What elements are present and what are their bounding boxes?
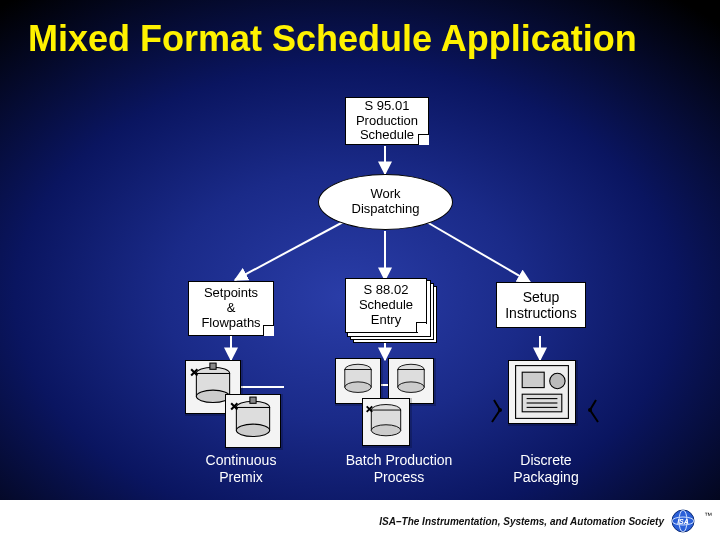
svg-point-15	[236, 424, 269, 436]
slide: Mixed Format Schedule Application S 95.0…	[0, 0, 720, 540]
node-schedule-entry: S 88.02 Schedule Entry	[345, 278, 427, 333]
footer-text: ISA–The Instrumentation, Systems, and Au…	[379, 516, 664, 527]
page-title: Mixed Format Schedule Application	[28, 18, 637, 60]
svg-rect-12	[210, 363, 216, 369]
svg-point-33	[498, 408, 502, 412]
node-label: S 95.01 Production Schedule	[356, 99, 418, 144]
svg-line-3	[425, 221, 530, 282]
robot-arm-icon	[572, 396, 602, 426]
label-discrete: Discrete Packaging	[496, 452, 596, 486]
node-label: S 88.02 Schedule Entry	[359, 283, 413, 328]
label-continuous: Continuous Premix	[186, 452, 296, 486]
node-setup-instructions: Setup Instructions	[496, 282, 586, 328]
isa-globe-icon: ISA	[670, 508, 696, 534]
tank-icon	[362, 398, 410, 446]
trademark-icon: ™	[704, 511, 712, 520]
label-batch: Batch Production Process	[324, 452, 474, 486]
tank-icon	[225, 394, 281, 448]
svg-rect-16	[250, 397, 256, 403]
node-production-schedule: S 95.01 Production Schedule	[345, 97, 429, 145]
svg-rect-27	[522, 372, 544, 387]
svg-text:ISA: ISA	[677, 518, 689, 525]
node-setpoints: Setpoints & Flowpaths	[188, 281, 274, 336]
svg-point-28	[550, 373, 565, 388]
svg-point-19	[345, 382, 371, 393]
machine-icon	[508, 360, 576, 424]
svg-point-25	[371, 425, 400, 436]
svg-point-22	[398, 382, 424, 393]
robot-arm-icon	[488, 396, 518, 426]
svg-line-1	[235, 221, 345, 280]
footer-logo: ISA–The Instrumentation, Systems, and Au…	[379, 508, 710, 534]
node-work-dispatching: Work Dispatching	[318, 174, 453, 230]
svg-point-34	[588, 408, 592, 412]
node-label: Work Dispatching	[352, 187, 420, 217]
node-label: Setpoints & Flowpaths	[201, 286, 260, 331]
node-label: Setup Instructions	[505, 289, 577, 321]
